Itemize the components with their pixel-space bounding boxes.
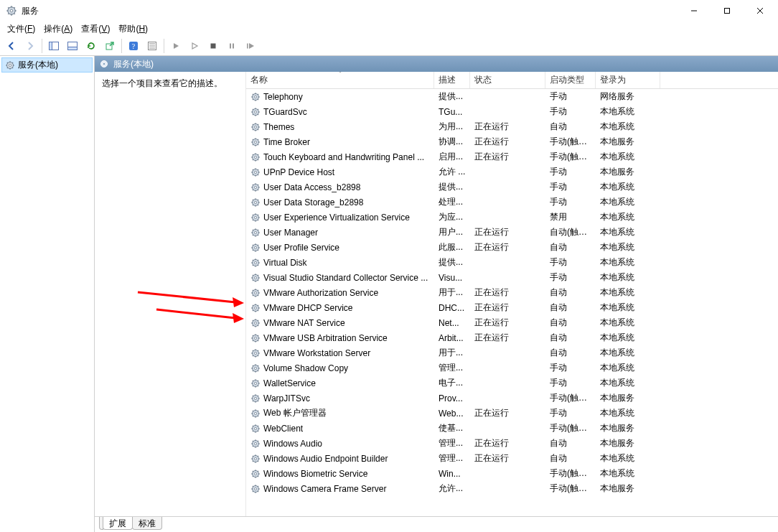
toolbar-show-hide-console-button[interactable] (64, 37, 81, 55)
window-maximize-button[interactable] (711, 0, 744, 22)
detail-header-label: 服务(本地) (113, 58, 154, 70)
column-header-logon[interactable]: 登录为 (596, 72, 660, 88)
service-status-cell: 正在运行 (470, 121, 545, 133)
svg-rect-25 (211, 43, 216, 48)
gear-icon (250, 318, 261, 328)
service-name-cell: Windows Biometric Service (246, 469, 434, 479)
gear-icon (250, 393, 261, 403)
service-desc-cell: 提供... (434, 181, 470, 193)
service-row[interactable]: WebClient使基...手动(触发...本地服务 (246, 421, 778, 436)
service-name-cell: VMware NAT Service (246, 318, 434, 328)
service-name-cell: TGuardSvc (246, 107, 434, 117)
service-row[interactable]: User Data Storage_b2898处理...手动本地系统 (246, 195, 778, 210)
service-startup-cell: 手动 (545, 271, 596, 284)
toolbar-start-service-button[interactable] (167, 37, 184, 55)
service-logon-cell: 网络服务 (596, 90, 660, 103)
menu-file[interactable]: 文件(F) (3, 22, 39, 37)
service-row[interactable]: TGuardSvcTGu...手动本地系统 (246, 104, 778, 119)
toolbar-help-button[interactable]: ? (125, 37, 142, 55)
menu-help[interactable]: 帮助(H) (114, 22, 152, 37)
service-name-text: TGuardSvc (263, 107, 307, 117)
column-header-description[interactable]: 描述 (434, 72, 470, 88)
svg-text:?: ? (132, 42, 136, 50)
service-row[interactable]: User Experience Virtualization Service为应… (246, 210, 778, 225)
service-name-text: Web 帐户管理器 (263, 407, 327, 419)
service-row[interactable]: Themes为用...正在运行自动本地系统 (246, 119, 778, 134)
service-row[interactable]: WalletService电子...手动本地系统 (246, 375, 778, 391)
service-name-text: Windows Biometric Service (263, 469, 367, 479)
detail-header: 服务(本地) (95, 56, 778, 72)
service-row[interactable]: Touch Keyboard and Handwriting Panel ...… (246, 149, 778, 164)
service-row[interactable]: VMware NAT ServiceNet...正在运行自动本地系统 (246, 315, 778, 330)
service-row[interactable]: Windows Audio管理...正在运行自动本地服务 (246, 436, 778, 451)
service-name-cell: VMware DHCP Service (246, 303, 434, 313)
service-row[interactable]: VMware USB Arbitration ServiceArbit...正在… (246, 330, 778, 345)
column-header-name[interactable]: 名称 ˄ (246, 72, 434, 88)
toolbar-back-button[interactable] (3, 37, 20, 55)
service-status-cell: 正在运行 (470, 407, 545, 419)
column-header-status[interactable]: 状态 (470, 72, 545, 88)
list-rows[interactable]: Telephony提供...手动网络服务TGuardSvcTGu...手动本地系… (246, 89, 778, 516)
service-name-text: Telephony (263, 92, 303, 102)
service-row[interactable]: Windows Biometric ServiceWin...手动(触发...本… (246, 466, 778, 481)
toolbar-properties-button[interactable] (144, 37, 161, 55)
service-row[interactable]: User Manager用户...正在运行自动(触发...本地系统 (246, 225, 778, 240)
toolbar-pause2-service-button[interactable] (223, 37, 240, 55)
gear-icon (250, 288, 261, 298)
service-logon-cell: 本地系统 (596, 211, 660, 223)
service-row[interactable]: Virtual Disk提供...手动本地系统 (246, 255, 778, 270)
service-row[interactable]: Visual Studio Standard Collector Service… (246, 270, 778, 285)
toolbar-stop-service-button[interactable] (205, 37, 222, 55)
column-header-label: 启动类型 (550, 74, 584, 86)
service-row[interactable]: Telephony提供...手动网络服务 (246, 89, 778, 104)
window-close-button[interactable] (744, 0, 777, 22)
toolbar-pause-service-button[interactable] (186, 37, 203, 55)
service-row[interactable]: VMware Workstation Server用于...自动本地系统 (246, 345, 778, 360)
window-title: 服务 (22, 5, 39, 17)
service-logon-cell: 本地系统 (596, 467, 660, 480)
toolbar-export-button[interactable] (101, 37, 118, 55)
window-minimize-button[interactable] (678, 0, 711, 22)
service-logon-cell: 本地服务 (596, 482, 660, 495)
toolbar-forward-button[interactable] (22, 37, 39, 55)
service-row[interactable]: VMware Authorization Service用于...正在运行自动本… (246, 285, 778, 300)
service-name-cell: Telephony (246, 92, 434, 102)
service-logon-cell: 本地系统 (596, 286, 660, 299)
toolbar-restart-service-button[interactable] (242, 37, 259, 55)
tab-extended[interactable]: 扩展 (103, 517, 133, 530)
service-row[interactable]: Volume Shadow Copy管理...手动本地系统 (246, 360, 778, 375)
service-startup-cell: 禁用 (545, 211, 596, 223)
service-status-cell: 正在运行 (470, 226, 545, 238)
column-header-startup[interactable]: 启动类型 (545, 72, 596, 88)
tree-node-services-local[interactable]: 服务(本地) (1, 57, 93, 73)
service-status-cell: 正在运行 (470, 332, 545, 344)
service-desc-cell: 用户... (434, 226, 470, 238)
service-row[interactable]: User Profile Service此服...正在运行自动本地系统 (246, 240, 778, 255)
toolbar-refresh-button[interactable] (83, 37, 100, 55)
service-row[interactable]: User Data Access_b2898提供...手动本地系统 (246, 179, 778, 195)
service-logon-cell: 本地系统 (596, 226, 660, 238)
service-startup-cell: 自动 (545, 241, 596, 253)
service-row[interactable]: Windows Audio Endpoint Builder管理...正在运行自… (246, 451, 778, 466)
service-row[interactable]: Time Broker协调...正在运行手动(触发...本地服务 (246, 134, 778, 149)
toolbar-divider (164, 39, 164, 53)
service-row[interactable]: UPnP Device Host允许 ...手动本地服务 (246, 164, 778, 179)
service-name-cell: WalletService (246, 378, 434, 388)
service-row[interactable]: VMware DHCP ServiceDHC...正在运行自动本地系统 (246, 300, 778, 315)
menu-view[interactable]: 查看(V) (77, 22, 114, 37)
service-row[interactable]: Windows Camera Frame Server允许...手动(触发...… (246, 481, 778, 496)
service-name-text: Virtual Disk (263, 258, 306, 268)
service-desc-cell: Arbit... (434, 333, 470, 343)
service-startup-cell: 自动 (545, 437, 596, 449)
service-startup-cell: 手动 (545, 90, 596, 103)
toolbar-show-hide-tree-button[interactable] (45, 37, 62, 55)
service-desc-cell: 管理... (434, 437, 470, 449)
service-row[interactable]: Web 帐户管理器Web...正在运行手动本地系统 (246, 406, 778, 421)
service-logon-cell: 本地系统 (596, 256, 660, 269)
service-name-text: Windows Camera Frame Server (263, 484, 386, 494)
service-name-cell: WarpJITSvc (246, 393, 434, 403)
menu-action[interactable]: 操作(A) (39, 22, 77, 37)
service-name-cell: User Experience Virtualization Service (246, 213, 434, 223)
tab-standard[interactable]: 标准 (132, 517, 162, 530)
service-row[interactable]: WarpJITSvcProv...手动(触发...本地服务 (246, 391, 778, 406)
